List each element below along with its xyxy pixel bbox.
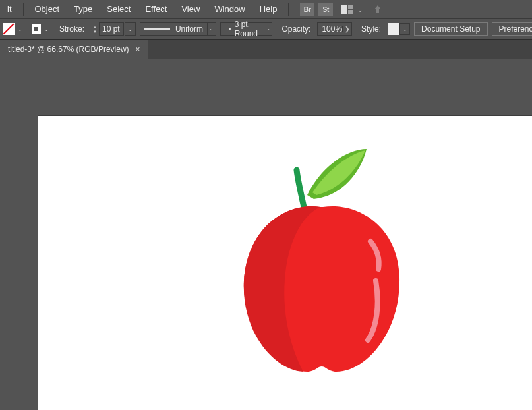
gpu-preview-icon[interactable] bbox=[370, 3, 385, 15]
opacity-dropdown-icon[interactable]: ❯ bbox=[342, 26, 351, 32]
control-bar: ⌄ ⌄ Stroke: ▲ ▼ ⌄ Uniform ⌄ 3 pt. Round … bbox=[0, 18, 532, 40]
apple-artwork[interactable] bbox=[236, 136, 407, 373]
arrange-documents-icon[interactable] bbox=[340, 3, 355, 15]
fill-swatch[interactable] bbox=[3, 23, 15, 35]
chevron-down-icon[interactable]: ▼ bbox=[93, 30, 97, 34]
style-label: Style: bbox=[361, 24, 381, 34]
menu-object[interactable]: Object bbox=[28, 0, 67, 18]
stroke-swatch[interactable] bbox=[32, 24, 41, 34]
style-dropdown-icon[interactable]: ⌄ bbox=[399, 23, 410, 35]
svg-rect-2 bbox=[348, 10, 353, 14]
document-tab-title: titled-3* @ 66.67% (RGB/Preview) bbox=[8, 45, 129, 54]
preferences-button[interactable]: Preferences bbox=[492, 22, 533, 36]
stroke-dropdown-icon[interactable]: ⌄ bbox=[42, 23, 50, 35]
stroke-weight-input[interactable] bbox=[99, 22, 124, 36]
chevron-up-icon[interactable]: ▲ bbox=[93, 25, 97, 29]
svg-rect-0 bbox=[341, 5, 347, 14]
artboard[interactable] bbox=[38, 116, 532, 410]
menu-separator bbox=[23, 3, 24, 16]
document-tab-bar: titled-3* @ 66.67% (RGB/Preview) × bbox=[0, 40, 532, 59]
stroke-profile-combo[interactable]: Uniform ⌄ bbox=[140, 22, 216, 36]
svg-rect-1 bbox=[348, 5, 353, 9]
menu-help[interactable]: Help bbox=[252, 0, 285, 18]
document-tab[interactable]: titled-3* @ 66.67% (RGB/Preview) × bbox=[0, 40, 148, 59]
opacity-label: Opacity: bbox=[281, 24, 310, 34]
close-icon[interactable]: × bbox=[136, 45, 140, 54]
brush-label: 3 pt. Round bbox=[235, 20, 262, 38]
stroke-weight-field[interactable]: ▲ ▼ ⌄ bbox=[91, 22, 136, 36]
brush-dot-icon bbox=[229, 28, 231, 30]
menu-window[interactable]: Window bbox=[207, 0, 252, 18]
graphic-style-swatch[interactable] bbox=[388, 23, 399, 35]
work-area bbox=[0, 59, 532, 410]
menu-view[interactable]: View bbox=[174, 0, 207, 18]
stroke-weight-spinner[interactable]: ▲ ▼ bbox=[91, 22, 99, 36]
fill-dropdown-icon[interactable]: ⌄ bbox=[16, 23, 24, 35]
stroke-weight-dropdown-icon[interactable]: ⌄ bbox=[125, 22, 136, 36]
document-setup-button[interactable]: Document Setup bbox=[414, 22, 487, 36]
stroke-label: Stroke: bbox=[59, 24, 84, 34]
opacity-value: 100% bbox=[318, 24, 342, 34]
chevron-down-icon[interactable]: ⌄ bbox=[207, 23, 216, 35]
menu-select[interactable]: Select bbox=[100, 0, 138, 18]
menu-edit[interactable]: it bbox=[0, 0, 19, 18]
stock-button[interactable]: St bbox=[318, 3, 333, 16]
stroke-profile-label: Uniform bbox=[175, 24, 203, 34]
menu-type[interactable]: Type bbox=[67, 0, 100, 18]
menu-bar: it Object Type Select Effect View Window… bbox=[0, 0, 532, 18]
chevron-down-icon[interactable]: ⌄ bbox=[266, 23, 272, 35]
opacity-field[interactable]: 100% ❯ bbox=[317, 22, 352, 36]
menu-effect[interactable]: Effect bbox=[138, 0, 174, 18]
bridge-button[interactable]: Br bbox=[300, 3, 314, 16]
arrange-dropdown-icon[interactable]: ⌄ bbox=[357, 6, 363, 13]
menu-separator bbox=[288, 3, 289, 16]
brush-combo[interactable]: 3 pt. Round ⌄ bbox=[220, 22, 272, 36]
profile-line-icon bbox=[144, 28, 170, 30]
